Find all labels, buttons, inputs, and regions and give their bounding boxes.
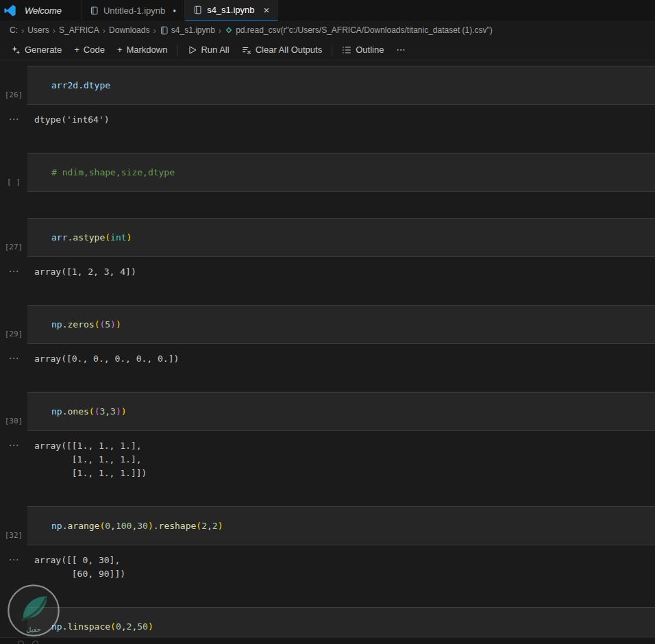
output-options-icon[interactable]: ⋯ <box>9 555 19 565</box>
code-editor[interactable]: np.zeros((5)) <box>27 305 655 344</box>
code-editor[interactable]: np.arange(0,100,30).reshape(2,2) <box>27 506 655 545</box>
clear-all-icon <box>242 45 251 55</box>
cell-output: array([[1., 1., 1.], [1., 1., 1.], [1., … <box>27 439 147 480</box>
breadcrumb-item[interactable]: pd.read_csv(r"c:/Users/S_AFRICA/Download… <box>225 25 493 35</box>
output-gutter: ⋯ <box>0 113 27 127</box>
more-actions-button[interactable]: ⋯ <box>391 42 410 58</box>
outline-label: Outline <box>356 45 384 55</box>
cell-gutter: [26] <box>0 66 27 105</box>
markdown-label: Markdown <box>126 45 167 55</box>
output-options-icon[interactable]: ⋯ <box>9 267 19 276</box>
execution-count: [32] <box>5 531 23 545</box>
code-label: Code <box>84 45 105 55</box>
chevron-right-icon: › <box>153 25 156 36</box>
generate-button[interactable]: Generate <box>5 42 67 58</box>
output-gutter: ⋯ <box>0 352 27 366</box>
breadcrumb-label: C: <box>10 25 18 35</box>
notebook-icon <box>193 5 202 14</box>
toolbar-divider <box>177 45 177 55</box>
modified-dot-icon: ● <box>173 8 176 14</box>
cell-gutter: [27] <box>0 218 27 257</box>
generate-label: Generate <box>25 45 62 55</box>
chevron-right-icon: › <box>103 25 106 36</box>
chevron-right-icon: › <box>21 25 24 36</box>
tab-label: Welcome <box>25 5 62 16</box>
run-all-label: Run All <box>201 45 229 55</box>
execution-count: [26] <box>5 90 23 105</box>
output-gutter: ⋯ <box>0 439 27 480</box>
output-options-icon[interactable]: ⋯ <box>9 354 19 363</box>
cell-output: dtype('int64') <box>27 113 110 127</box>
breadcrumb-label: Downloads <box>109 25 149 35</box>
list-icon <box>342 45 351 55</box>
cell-gutter <box>0 607 27 637</box>
toolbar-divider <box>332 45 332 55</box>
close-icon[interactable]: × <box>264 5 270 15</box>
add-markdown-cell-button[interactable]: + Markdown <box>112 42 173 58</box>
cell-output: array([1, 2, 3, 4]) <box>27 265 136 279</box>
tab-label: s4_s1.ipynb <box>207 5 254 15</box>
clear-all-outputs-label: Clear All Outputs <box>256 45 323 55</box>
ellipsis-icon: ⋯ <box>396 45 405 55</box>
status-error-icon[interactable] <box>18 641 24 644</box>
clear-all-outputs-button[interactable]: Clear All Outputs <box>236 42 328 58</box>
plus-icon: + <box>74 45 79 55</box>
vscode-logo-icon <box>0 0 19 21</box>
code-editor[interactable]: # ndim,shape,size,dtype <box>27 153 655 192</box>
notebook-editor: [26]arr2d.dtype⋯dtype('int64')[ ]# ndim,… <box>0 60 655 637</box>
notebook-icon <box>160 26 169 35</box>
breadcrumb-item[interactable]: S_AFRICA <box>59 25 99 35</box>
notebook-cell: [30]np.ones((3,3))⋯array([[1., 1., 1.], … <box>0 392 655 480</box>
output-gutter: ⋯ <box>0 265 27 279</box>
notebook-cell: np.linspace(0,2,50) <box>0 607 655 637</box>
symbol-method-icon <box>225 26 233 34</box>
notebook-cell: [ ]# ndim,shape,size,dtype <box>0 153 655 192</box>
output-gutter: ⋯ <box>0 554 27 581</box>
cell-gutter: [29] <box>0 305 27 344</box>
notebook-cell: [32]np.arange(0,100,30).reshape(2,2)⋯arr… <box>0 506 655 581</box>
cell-gutter: [ ] <box>0 153 27 192</box>
breadcrumb-item[interactable]: Downloads <box>109 25 149 35</box>
execution-count: [27] <box>5 243 23 257</box>
breadcrumb: C:›Users›S_AFRICA›Downloads›s4_s1.ipynb›… <box>0 21 655 40</box>
breadcrumb-label: s4_s1.ipynb <box>171 25 215 35</box>
code-editor[interactable]: arr.astype(int) <box>27 218 655 257</box>
tab-s4-s1[interactable]: s4_s1.ipynb × <box>185 0 278 21</box>
tab-label: Untitled-1.ipynb <box>103 5 165 16</box>
tab-bar: Welcome Untitled-1.ipynb ● s4_s1.ipynb × <box>0 0 655 21</box>
cell-gutter: [32] <box>0 506 27 545</box>
notebook-icon <box>90 6 99 15</box>
output-options-icon[interactable]: ⋯ <box>9 441 19 450</box>
output-options-icon[interactable]: ⋯ <box>9 114 19 124</box>
notebook-cell: [29]np.zeros((5))⋯array([0., 0., 0., 0.,… <box>0 305 655 366</box>
breadcrumb-item[interactable]: C: <box>10 25 18 35</box>
cell-gutter: [30] <box>0 392 27 431</box>
cell-output: array([[ 0, 30], [60, 90]]) <box>27 554 125 581</box>
breadcrumb-item[interactable]: s4_s1.ipynb <box>160 25 215 35</box>
outline-button[interactable]: Outline <box>336 42 389 58</box>
breadcrumb-label: S_AFRICA <box>59 25 99 35</box>
chevron-right-icon: › <box>53 25 55 36</box>
breadcrumb-label: Users <box>27 25 49 35</box>
chevron-right-icon: › <box>219 25 221 36</box>
notebook-cell: [27]arr.astype(int)⋯array([1, 2, 3, 4]) <box>0 218 655 279</box>
add-code-cell-button[interactable]: + Code <box>69 42 110 58</box>
sparkle-icon <box>11 45 21 55</box>
breadcrumb-label: pd.read_csv(r"c:/Users/S_AFRICA/Download… <box>236 25 493 35</box>
code-editor[interactable]: np.linspace(0,2,50) <box>27 607 655 637</box>
execution-count: [29] <box>5 330 23 344</box>
code-editor[interactable]: np.ones((3,3)) <box>27 392 655 431</box>
play-icon <box>187 45 197 55</box>
run-all-button[interactable]: Run All <box>182 42 234 58</box>
status-bar <box>0 637 655 644</box>
code-editor[interactable]: arr2d.dtype <box>27 66 655 105</box>
status-warning-icon[interactable] <box>32 641 38 644</box>
cell-output: array([0., 0., 0., 0., 0.]) <box>27 352 179 366</box>
tab-untitled-1[interactable]: Untitled-1.ipynb ● <box>82 0 185 21</box>
notebook-cells: [26]arr2d.dtype⋯dtype('int64')[ ]# ndim,… <box>0 66 655 637</box>
breadcrumb-item[interactable]: Users <box>27 25 49 35</box>
notebook-toolbar: Generate + Code + Markdown Run All Clear… <box>0 40 655 60</box>
plus-icon: + <box>117 45 123 55</box>
tab-welcome[interactable]: Welcome <box>19 0 82 21</box>
execution-count: [ ] <box>7 177 21 192</box>
